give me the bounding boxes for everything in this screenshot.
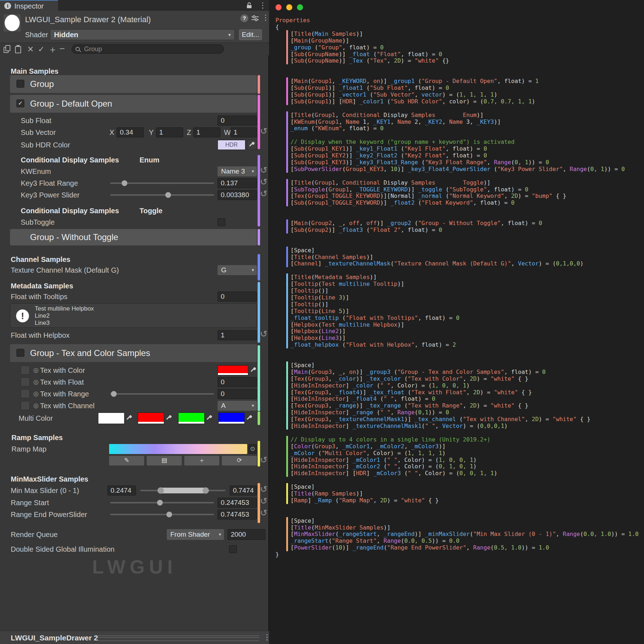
collapse-icon[interactable]: ✕ <box>27 45 34 54</box>
window-close-button[interactable] <box>275 4 282 10</box>
group-tex-color-checkb ox[interactable] <box>16 349 24 357</box>
vector-y-field[interactable]: 1 <box>156 127 183 137</box>
texture-thumbnail[interactable] <box>21 401 30 410</box>
paste-icon[interactable] <box>15 45 21 53</box>
revert-icon[interactable]: ↺ <box>259 126 268 136</box>
add-icon[interactable]: ＋ <box>48 43 57 56</box>
float-with-helpbox-field[interactable]: 1 <box>218 330 257 340</box>
help-icon[interactable]: ? <box>240 14 248 22</box>
minmax-min-thumb[interactable] <box>157 487 164 494</box>
range-start-field[interactable]: 0.247453 <box>218 498 257 508</box>
shader-dropdown[interactable]: Hidden ▾ <box>50 29 235 40</box>
multi-color-swatch-2[interactable] <box>138 413 164 424</box>
vector-z-field[interactable]: 1 <box>193 127 220 137</box>
tex-range-slider[interactable] <box>110 393 214 395</box>
range-end-slider[interactable] <box>110 514 214 515</box>
code-line <box>269 233 644 240</box>
tex-channel-dropdown[interactable]: A ▾ <box>218 401 257 411</box>
ramp-refresh-button[interactable]: ⟳ <box>222 456 257 465</box>
range-start-thumb[interactable] <box>157 500 163 506</box>
eyedropper-icon[interactable] <box>250 367 257 374</box>
group-tex-color-header[interactable]: Group - Tex and Color Samples <box>10 344 257 362</box>
header-kebab-icon[interactable]: ⋮ <box>262 14 269 21</box>
ramp-picker-button[interactable]: ⊙ <box>248 444 257 454</box>
revert-icon[interactable]: ↺ <box>259 508 268 518</box>
float-with-tooltips-field[interactable]: 0 <box>218 292 257 302</box>
sub-float-field[interactable]: 0 <box>218 116 257 126</box>
revert-icon[interactable]: ↺ <box>259 165 268 175</box>
range-end-row: Range End PowerSlider 0.747453 <box>0 509 269 520</box>
key3-float-range-field[interactable]: 0.137 <box>218 178 257 188</box>
group-color-bar <box>258 411 260 425</box>
ramp-gradient[interactable] <box>109 444 247 454</box>
key3-power-slider-field[interactable]: 0.003380 <box>218 190 257 200</box>
key3-float-range-thumb[interactable] <box>122 180 127 186</box>
range-end-field[interactable]: 0.747453 <box>218 509 257 519</box>
tab-inspector[interactable]: i Inspector <box>0 0 58 11</box>
vector-x-field[interactable]: 0.34 <box>117 127 144 137</box>
ramp-edit-button[interactable]: ✎ <box>109 456 144 465</box>
presets-icon[interactable] <box>251 15 259 23</box>
revert-icon[interactable]: ↺ <box>259 329 268 339</box>
minmax-max-field[interactable]: 0.7474 <box>230 486 257 496</box>
revert-icon[interactable]: ↺ <box>259 455 268 465</box>
texture-thumbnail[interactable] <box>21 377 30 386</box>
hdr-color-swatch[interactable]: HDR <box>218 140 245 150</box>
render-queue-dropdown[interactable]: From Shader ▾ <box>167 529 224 540</box>
window-zoom-button[interactable] <box>297 4 303 10</box>
multi-color-swatch-3[interactable] <box>178 413 205 424</box>
tex-color-swatch[interactable] <box>218 365 248 375</box>
revert-icon[interactable]: ↺ <box>259 484 268 494</box>
kwenum-dropdown[interactable]: Name 3 ▾ <box>218 166 257 176</box>
revert-icon[interactable]: ↺ <box>259 177 268 187</box>
object-picker-icon[interactable]: ◎ <box>33 400 39 411</box>
revert-icon[interactable]: ↺ <box>259 189 268 199</box>
minmax-max-thumb[interactable] <box>203 487 209 494</box>
copy-icon[interactable] <box>4 45 10 53</box>
group-without-toggle-header[interactable]: Group - Without Toggle <box>10 229 257 245</box>
material-preview[interactable] <box>4 14 21 31</box>
checkout-icon[interactable]: ✓ <box>38 45 44 54</box>
group-checkbox[interactable] <box>16 80 24 88</box>
texture-thumbnail[interactable] <box>21 366 30 375</box>
multi-color-swatch-1[interactable] <box>98 413 125 424</box>
tex-range-field[interactable]: 0 <box>218 389 257 399</box>
drag-handle[interactable] <box>97 635 259 641</box>
edit-shader-button[interactable]: Edit... <box>239 29 262 40</box>
revert-icon[interactable]: ↺ <box>259 496 268 506</box>
texture-thumbnail[interactable] <box>21 389 30 398</box>
tex-range-thumb[interactable] <box>111 391 117 397</box>
group-default-open-header[interactable]: ✓ Group - Default Open <box>10 95 257 113</box>
subtoggle-checkbox[interactable] <box>218 218 225 226</box>
code-line: _rangeStart("Range Start", Range(0.0, 0.… <box>269 537 644 544</box>
tex-float-field[interactable]: 0 <box>218 377 257 387</box>
minmax-min-field[interactable]: 0.2474 <box>107 486 136 496</box>
eyedropper-icon[interactable] <box>166 415 172 421</box>
eyedropper-icon[interactable] <box>206 415 213 421</box>
multi-color-swatch-4[interactable] <box>218 413 245 424</box>
group-header[interactable]: Group <box>10 75 257 93</box>
channel-mask-dropdown[interactable]: G ▾ <box>218 265 257 275</box>
hdr-eyedropper-button[interactable] <box>247 140 257 150</box>
vector-w-field[interactable]: 1 <box>230 127 257 137</box>
group-default-open-checkbox[interactable]: ✓ <box>16 99 24 107</box>
dsgi-checkbox[interactable] <box>229 545 237 553</box>
lock-icon[interactable] <box>246 2 252 10</box>
key3-power-slider-thumb[interactable] <box>165 192 171 198</box>
remove-icon[interactable]: − <box>59 43 65 54</box>
object-picker-icon[interactable]: ◎ <box>33 365 39 376</box>
key3-power-slider[interactable] <box>110 194 214 196</box>
window-minimize-button[interactable] <box>286 4 292 10</box>
ramp-add-button[interactable]: ＋ <box>184 456 219 465</box>
range-end-thumb[interactable] <box>166 512 172 517</box>
code-line: [HideInInspector] _range (" ", Range(0,1… <box>269 409 644 416</box>
render-queue-field[interactable]: 2000 <box>228 529 265 540</box>
eyedropper-icon[interactable] <box>126 415 132 421</box>
eyedropper-icon[interactable] <box>246 415 253 421</box>
object-picker-icon[interactable]: ◎ <box>33 377 39 387</box>
minmax-slider-range[interactable] <box>159 488 206 493</box>
search-input[interactable]: Group <box>72 44 224 54</box>
tab-menu-kebab-icon[interactable]: ⋮ <box>259 1 267 9</box>
ramp-save-button[interactable]: ▤ <box>147 456 182 465</box>
object-picker-icon[interactable]: ◎ <box>33 389 39 399</box>
